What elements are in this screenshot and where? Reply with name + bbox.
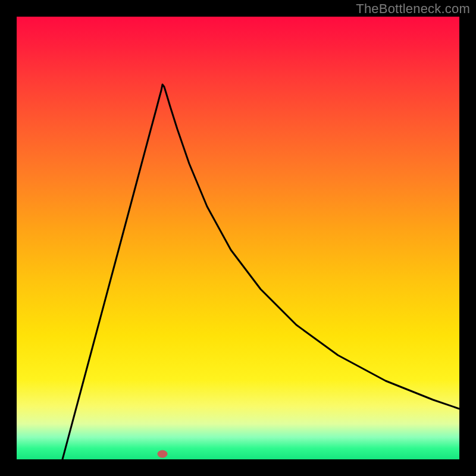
optimal-marker: [158, 450, 168, 458]
chart-frame: TheBottleneck.com: [0, 0, 476, 476]
watermark-text: TheBottleneck.com: [356, 1, 470, 17]
bottleneck-curve: [17, 17, 459, 459]
plot-area: [17, 17, 459, 459]
